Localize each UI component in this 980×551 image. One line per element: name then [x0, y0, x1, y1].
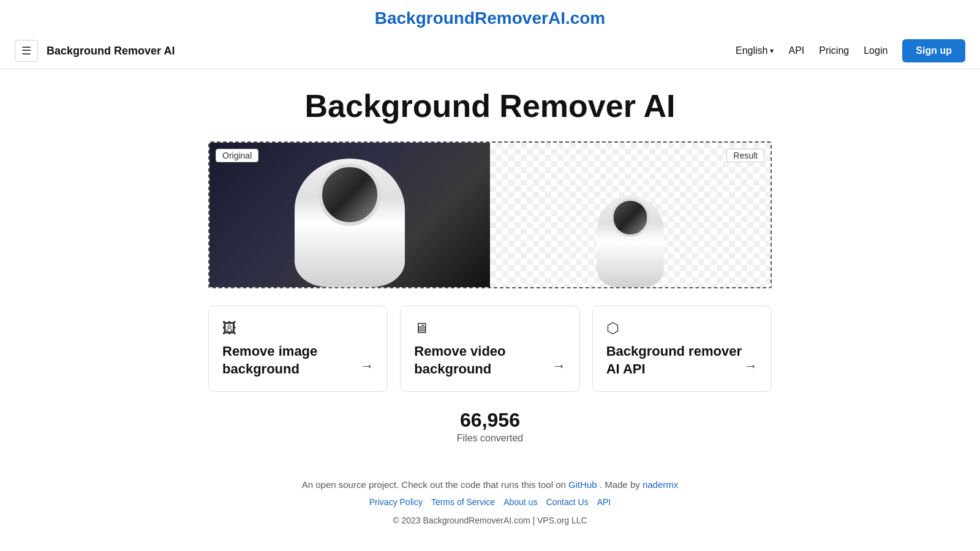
card-image-arrow: → [360, 358, 374, 374]
footer-made-by-text: . Made by [600, 479, 640, 490]
footer: An open source project. Check out the co… [0, 461, 980, 538]
demo-original-panel [209, 143, 490, 287]
astronaut-result-image [597, 195, 664, 287]
stats-section: 66,956 Files converted [208, 409, 772, 444]
navbar: ☰ Background Remover AI English API Pric… [0, 33, 980, 69]
demo-result-panel [490, 143, 771, 287]
footer-author-link[interactable]: nadermx [643, 479, 678, 490]
footer-open-source-text: An open source project. Check out the co… [12, 479, 968, 490]
card-video-arrow: → [552, 358, 566, 374]
footer-contact-link[interactable]: Contact Us [546, 497, 588, 507]
feature-cards-row: 🖼 Remove image background → 🖥 Remove vid… [208, 305, 772, 392]
stats-label: Files converted [208, 433, 772, 444]
card-api-icon: ⬡ [606, 320, 758, 337]
card-video-icon: 🖥 [414, 320, 565, 337]
page-heading: Background Remover AI [208, 88, 772, 124]
pricing-nav-link[interactable]: Pricing [819, 45, 849, 56]
signup-button[interactable]: Sign up [902, 39, 965, 62]
login-nav-link[interactable]: Login [864, 45, 888, 56]
card-remove-image[interactable]: 🖼 Remove image background → [208, 305, 388, 392]
main-content: Background Remover AI Original Result 🖼 … [196, 69, 784, 444]
language-selector[interactable]: English [736, 45, 774, 56]
demo-container: Original Result [208, 141, 772, 288]
card-image-icon: 🖼 [222, 320, 374, 337]
demo-result-label: Result [726, 149, 764, 162]
card-remove-video[interactable]: 🖥 Remove video background → [400, 305, 579, 392]
hamburger-button[interactable]: ☰ [15, 40, 38, 62]
card-video-title: Remove video background [414, 343, 565, 378]
top-banner: BackgroundRemoverAI.com [0, 0, 980, 33]
footer-links: Privacy Policy Terms of Service About us… [12, 497, 968, 507]
card-api-arrow: → [744, 358, 758, 374]
stats-number: 66,956 [208, 409, 772, 432]
navbar-right: English API Pricing Login Sign up [736, 39, 965, 62]
card-api-title: Background remover AI API [606, 343, 758, 378]
footer-privacy-link[interactable]: Privacy Policy [369, 497, 423, 507]
card-api[interactable]: ⬡ Background remover AI API → [592, 305, 772, 392]
card-image-title: Remove image background [222, 343, 374, 378]
footer-terms-link[interactable]: Terms of Service [431, 497, 495, 507]
footer-open-source-intro: An open source project. Check out the co… [302, 479, 566, 490]
astronaut-original-image [295, 159, 405, 287]
footer-api-link[interactable]: API [597, 497, 611, 507]
footer-about-link[interactable]: About us [503, 497, 537, 507]
demo-original-label: Original [216, 149, 258, 162]
navbar-left: ☰ Background Remover AI [15, 40, 175, 62]
api-nav-link[interactable]: API [788, 45, 804, 56]
site-domain-link[interactable]: BackgroundRemoverAI.com [375, 9, 606, 28]
footer-copyright: © 2023 BackgroundRemoverAI.com | VPS.org… [12, 515, 968, 525]
footer-github-link[interactable]: GitHub [568, 479, 597, 490]
navbar-brand: Background Remover AI [47, 45, 175, 58]
